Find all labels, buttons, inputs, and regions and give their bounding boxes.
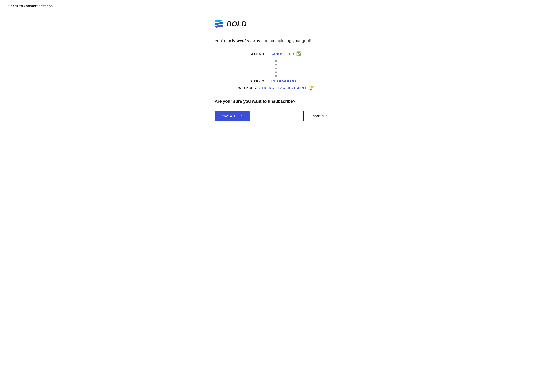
back-arrow-icon: ‹ — [8, 4, 9, 8]
logo-area: BOLD — [215, 20, 247, 28]
week-7-status: IN PROGRESS ... — [271, 80, 302, 83]
top-nav: ‹ BACK TO ACCOUNT SETTINGS — [0, 0, 552, 12]
tagline-suffix: away from completing your goal! — [249, 38, 311, 43]
progress-dots — [275, 60, 277, 77]
svg-rect-0 — [215, 20, 223, 22]
week-1-status: COMPLETED — [272, 52, 294, 56]
dot-3 — [275, 68, 277, 70]
svg-rect-2 — [215, 25, 223, 28]
unsubscribe-question: Are your sure you want to unsubscribe? — [215, 99, 296, 104]
tagline-bold: weeks — [236, 38, 249, 43]
svg-rect-1 — [215, 22, 223, 25]
logo-icon — [215, 20, 224, 28]
dot-5 — [275, 75, 277, 77]
week-8-label: WEEK 8 — [238, 86, 252, 90]
back-link[interactable]: ‹ BACK TO ACCOUNT SETTINGS — [8, 4, 53, 8]
week-8-badge: 🏆 — [309, 85, 314, 91]
back-link-label: BACK TO ACCOUNT SETTINGS — [10, 5, 53, 7]
week-1-label: WEEK 1 — [251, 52, 265, 56]
week-1-badge: ✅ — [296, 51, 301, 56]
main-content: BOLD You're only weeks away from complet… — [209, 12, 343, 133]
week-8-slash: / — [255, 86, 256, 90]
week-8-status: STRENGTH ACHIEVEMENT — [259, 86, 307, 90]
week-7-slash: / — [267, 80, 268, 83]
continue-button[interactable]: CONTINUE — [303, 111, 337, 121]
tagline-prefix: You're only — [215, 38, 236, 43]
dot-2 — [275, 64, 277, 66]
tagline: You're only weeks away from completing y… — [215, 38, 311, 44]
week-1-row: WEEK 1 / COMPLETED ✅ — [251, 51, 301, 56]
action-buttons: STAY WITH US CONTINUE — [215, 111, 337, 121]
dot-1 — [275, 60, 277, 62]
week-8-row: WEEK 8 / STRENGTH ACHIEVEMENT 🏆 — [238, 85, 313, 91]
weeks-list: WEEK 1 / COMPLETED ✅ WEEK 7 / IN PROGRES… — [215, 51, 337, 91]
logo-text: BOLD — [226, 20, 247, 28]
week-7-label: WEEK 7 — [250, 80, 264, 83]
stay-with-us-button[interactable]: STAY WITH US — [215, 111, 250, 121]
week-7-row: WEEK 7 / IN PROGRESS ... — [250, 80, 301, 83]
dot-4 — [275, 71, 277, 73]
week-1-slash: / — [268, 52, 269, 56]
